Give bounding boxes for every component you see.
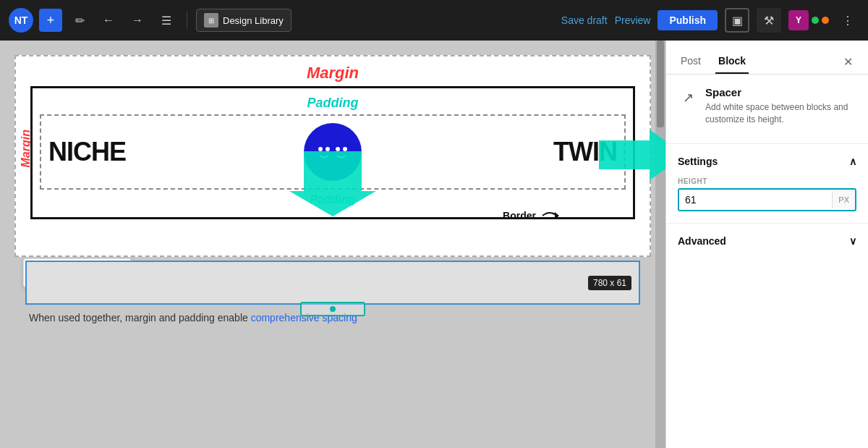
avatar: NT: [9, 8, 33, 33]
edit-icon-button[interactable]: ✏: [68, 9, 91, 32]
advanced-label: Advanced: [678, 235, 726, 247]
panel-close-button[interactable]: ✕: [839, 53, 856, 70]
resize-dot: [330, 306, 336, 312]
undo-button[interactable]: ←: [97, 9, 120, 32]
yoast-icon: Y: [788, 10, 809, 30]
more-options-button[interactable]: ⋮: [836, 9, 859, 32]
tools-button[interactable]: ⚒: [757, 8, 781, 33]
main-area: Margin Margin Padding Padding: [0, 41, 868, 448]
tab-post[interactable]: Post: [678, 49, 704, 74]
padding-label-top: Padding: [40, 96, 626, 111]
block-info-section: ↗ Spacer Add white space between blocks …: [666, 75, 868, 144]
spacer-size-label: 780 x 61: [588, 276, 631, 290]
block-name: Spacer: [705, 86, 856, 98]
teal-arrow-down: [289, 151, 376, 219]
advanced-header: Advanced ∨: [678, 235, 856, 247]
niche-label: NICHE: [48, 137, 126, 167]
block-type-icon: ↗: [678, 88, 698, 108]
topbar: NT + ✏ ← → ☰ ⊞ Design Library Save draft…: [0, 0, 868, 41]
canvas-content: Margin Margin Padding Padding: [0, 41, 665, 338]
topbar-right: Save draft Preview Publish ▣ ⚒ Y ⋮: [561, 8, 859, 33]
panel-tabs: Post Block ✕: [666, 41, 868, 75]
tab-block[interactable]: Block: [715, 49, 749, 74]
settings-section: Settings ∧ HEIGHT PX: [666, 144, 868, 224]
publish-button[interactable]: Publish: [658, 10, 718, 30]
yoast-score: Y: [788, 10, 829, 30]
height-input-row: PX: [678, 188, 856, 211]
svg-marker-7: [555, 212, 559, 219]
height-field-group: HEIGHT PX: [678, 177, 856, 211]
spacer-block[interactable]: 780 x 61: [25, 261, 640, 305]
block-info: Spacer Add white space between blocks an…: [705, 86, 856, 126]
seo-score-dot: [812, 17, 819, 24]
block-header: ↗ Spacer Add white space between blocks …: [678, 86, 856, 126]
svg-marker-0: [599, 130, 665, 180]
selection-container[interactable]: Margin Margin Padding Padding: [14, 55, 651, 257]
block-description: Add white space between blocks and custo…: [705, 101, 856, 126]
advanced-section: Advanced ∨: [666, 224, 868, 258]
settings-header: Settings ∧: [678, 156, 856, 167]
separator: [187, 12, 187, 29]
redo-button[interactable]: →: [126, 9, 149, 32]
svg-marker-8: [289, 151, 376, 216]
advanced-collapse-button[interactable]: ∨: [849, 235, 856, 247]
spacer-resize-handle[interactable]: [300, 302, 365, 316]
height-input[interactable]: [679, 190, 832, 210]
add-button[interactable]: +: [39, 9, 62, 32]
list-icon-button[interactable]: ☰: [155, 9, 178, 32]
design-library-icon: ⊞: [204, 13, 218, 28]
teal-arrow-right: [599, 126, 665, 187]
settings-collapse-button[interactable]: ∧: [849, 156, 856, 167]
resize-bar[interactable]: [300, 302, 365, 316]
height-label: HEIGHT: [678, 177, 856, 185]
design-library-button[interactable]: ⊞ Design Library: [196, 9, 292, 32]
readability-score-dot: [822, 17, 829, 24]
canvas-area[interactable]: Margin Margin Padding Padding: [0, 41, 665, 448]
margin-label-top: Margin: [23, 64, 642, 83]
preview-button[interactable]: Preview: [615, 14, 651, 26]
settings-label: Settings: [678, 156, 718, 167]
border-label: Border: [503, 208, 561, 223]
save-draft-button[interactable]: Save draft: [561, 14, 608, 26]
right-panel: Post Block ✕ ↗ Spacer Add white space be…: [665, 41, 868, 448]
height-unit: PX: [832, 191, 855, 208]
toggle-view-button[interactable]: ▣: [725, 8, 749, 33]
